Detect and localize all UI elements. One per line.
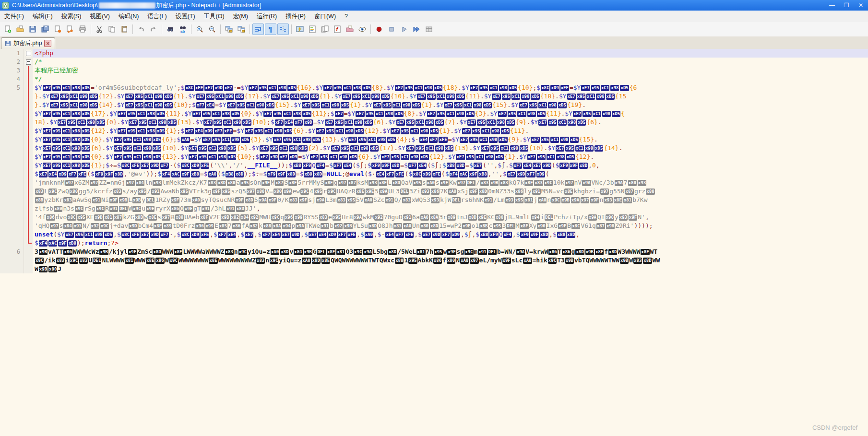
code-token: ln [145,179,153,186]
macro-record-icon[interactable] [373,24,385,35]
close-icon[interactable] [52,24,63,35]
fold-margin[interactable] [24,230,33,239]
fold-margin[interactable] [24,187,33,196]
folder-as-workspace-icon[interactable] [344,24,356,35]
menu-item-文件f[interactable]: 文件(F) [0,11,28,22]
fold-margin[interactable] [24,49,33,58]
zoom-in-icon[interactable] [194,24,205,35]
fold-margin[interactable] [24,127,33,135]
fold-margin[interactable] [24,75,33,83]
tab-close-icon[interactable]: ✕ [44,40,51,47]
tab-encrypted-php[interactable]: 加密后.php ✕ [1,37,55,49]
fold-margin[interactable] [24,58,33,66]
macro-stop-icon[interactable] [386,24,397,35]
fold-margin[interactable] [24,101,33,109]
control-char-box: x9F [469,189,477,195]
zoom-out-icon[interactable] [206,24,218,35]
code-token: 0/K [277,196,288,203]
code-token: 1 [404,257,408,264]
replace-icon[interactable]: ab [177,24,189,35]
menu-item-宏m[interactable]: 宏(M) [229,11,252,22]
minimize-button[interactable]: — [825,0,839,11]
menu-item-工具o[interactable]: 工具(O) [200,11,229,22]
copy-icon[interactable] [106,24,118,35]
save-icon[interactable] [27,24,38,35]
function-list-icon[interactable]: f [332,24,343,35]
control-char-box: xC1 [70,94,78,100]
macro-save-icon[interactable] [423,24,435,35]
fold-margin[interactable] [24,92,33,101]
code-row: $YxE7x95xC1x98xD5{0}.$YxE7x95xC1x98xD5{1… [0,153,868,161]
fold-margin[interactable] [24,118,33,127]
control-char-box: x8E [174,249,182,255]
control-char-box: xFE [201,163,209,169]
macro-run-multiple-icon[interactable] [411,24,422,35]
fold-margin[interactable] [24,265,33,273]
macro-play-icon[interactable] [398,24,410,35]
code-token: ( [210,162,214,169]
fold-margin[interactable] [24,109,33,118]
control-char-box: x98 [231,137,240,143]
view-file-icon[interactable] [357,24,368,35]
control-char-box: x97 [50,223,59,229]
redo-icon[interactable] [148,24,159,35]
control-char-box: x8D [287,171,296,177]
control-char-box: xF7 [214,128,223,134]
menu-item-窗口w[interactable]: 窗口(W) [310,11,340,22]
fold-guide-line [28,135,29,144]
fold-collapse-icon[interactable] [26,59,31,65]
fold-margin[interactable] [24,239,33,247]
menu-item-运行r[interactable]: 运行(R) [252,11,281,22]
menu-item-语言l[interactable]: 语言(L) [143,11,171,22]
maximize-button[interactable]: ❐ [839,0,854,11]
code-token: $Y [388,118,396,126]
fold-margin[interactable] [24,153,33,161]
close-button[interactable]: ✕ [854,0,868,11]
document-switcher-icon[interactable] [319,24,331,35]
cut-icon[interactable] [94,24,105,35]
paste-icon[interactable] [119,24,130,35]
fold-margin[interactable] [24,213,33,222]
svg-text:ab: ab [180,29,185,34]
launch-run-icon[interactable] [294,24,306,35]
fold-margin[interactable] [24,135,33,144]
menu-item-编辑e[interactable]: 编辑(E) [28,11,57,22]
print-icon[interactable] [77,24,88,35]
find-icon[interactable] [165,24,176,35]
fold-margin[interactable] [24,83,33,92]
fold-margin[interactable] [24,170,33,178]
control-char-box: x9F [235,197,244,203]
control-char-box: x98 [473,102,482,108]
control-char-box: x80 [646,189,654,195]
fold-margin[interactable] [24,178,33,187]
document-map-icon[interactable] [307,24,318,35]
menu-item-[interactable]: ? [340,12,352,21]
menu-item-设置t[interactable]: 设置(T) [171,11,200,22]
tab-saved-icon [5,40,11,47]
menu-item-编码n[interactable]: 编码(N) [114,11,143,22]
undo-icon[interactable] [135,24,147,35]
fold-collapse-icon[interactable] [26,51,31,56]
indent-guide-icon[interactable] [277,24,289,35]
menu-item-插件p[interactable]: 插件(P) [281,11,310,22]
menu-item-视图v[interactable]: 视图(V) [85,11,114,22]
fold-margin[interactable] [24,204,33,213]
new-file-icon[interactable] [2,24,13,35]
fold-margin[interactable] [24,161,33,170]
code-token: . [519,136,523,143]
fold-margin[interactable] [24,256,33,265]
fold-margin[interactable] [24,144,33,153]
fold-margin[interactable] [24,247,33,256]
open-file-icon[interactable] [14,24,26,35]
word-wrap-icon[interactable] [252,24,264,35]
fold-margin[interactable] [24,222,33,230]
show-all-characters-icon[interactable]: ¶ [265,24,276,35]
close-all-icon[interactable] [64,24,76,35]
sync-scroll-h-icon[interactable] [236,24,247,35]
fold-margin[interactable] [24,196,33,204]
sync-scroll-v-icon[interactable] [223,24,235,35]
fold-margin[interactable] [24,66,33,75]
editor-text-area[interactable]: 1<?php2/*3本程序已经加密4*/5$YxE7x95xC1x98xD5='… [0,49,868,436]
save-all-icon[interactable] [39,24,51,35]
menu-item-搜索s[interactable]: 搜索(S) [57,11,86,22]
